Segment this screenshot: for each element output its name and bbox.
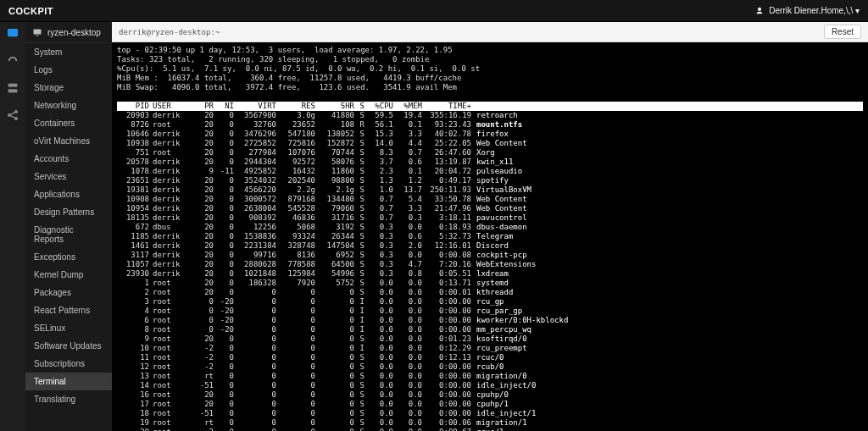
nav-item-terminal[interactable]: Terminal bbox=[25, 373, 112, 390]
nav-item-applications[interactable]: Applications bbox=[25, 185, 112, 203]
svg-rect-2 bbox=[8, 89, 18, 92]
nav-item-software-updates[interactable]: Software Updates bbox=[25, 337, 112, 355]
svg-rect-1 bbox=[8, 84, 18, 87]
nav-item-exceptions[interactable]: Exceptions bbox=[25, 248, 112, 266]
nav-item-subscriptions[interactable]: Subscriptions bbox=[25, 355, 112, 373]
nav-item-networking[interactable]: Networking bbox=[25, 97, 112, 114]
nav-item-react-patterns[interactable]: React Patterns bbox=[25, 301, 112, 319]
nav-item-ovirt-machines[interactable]: oVirt Machines bbox=[25, 132, 112, 150]
user-menu[interactable]: Derrik Diener.Home,\,\ ▾ bbox=[755, 6, 860, 15]
terminal-prompt: derrik@ryzen-desktop:~ bbox=[119, 28, 220, 36]
brand-label: COCKPIT bbox=[8, 6, 53, 16]
nav-item-logs[interactable]: Logs bbox=[25, 61, 112, 79]
nav-item-services[interactable]: Services bbox=[25, 168, 112, 185]
host-header[interactable]: ryzen-desktop bbox=[25, 22, 112, 43]
host-name: ryzen-desktop bbox=[47, 28, 101, 37]
terminal-header: derrik@ryzen-desktop:~ Reset bbox=[112, 22, 868, 42]
nav-item-kernel-dump[interactable]: Kernel Dump bbox=[25, 266, 112, 284]
nav-item-packages[interactable]: Packages bbox=[25, 284, 112, 301]
nav-item-diagnostic-reports[interactable]: Diagnostic Reports bbox=[25, 221, 112, 248]
user-label: Derrik Diener.Home,\,\ ▾ bbox=[769, 6, 860, 15]
server-icon[interactable] bbox=[6, 81, 19, 95]
nav-item-accounts[interactable]: Accounts bbox=[25, 150, 112, 168]
svg-rect-7 bbox=[36, 36, 39, 36]
nav-item-containers[interactable]: Containers bbox=[25, 114, 112, 132]
icon-rail bbox=[0, 22, 25, 431]
nav-item-storage[interactable]: Storage bbox=[25, 79, 112, 97]
nav-item-system[interactable]: System bbox=[25, 43, 112, 61]
network-icon[interactable] bbox=[6, 108, 19, 122]
gauge-icon[interactable] bbox=[6, 54, 19, 68]
nav-item-selinux[interactable]: SELinux bbox=[25, 319, 112, 337]
svg-rect-0 bbox=[8, 29, 18, 36]
sidebar: ryzen-desktop SystemLogsStorageNetworkin… bbox=[25, 22, 112, 431]
dashboard-icon[interactable] bbox=[6, 27, 19, 41]
user-icon bbox=[755, 7, 764, 15]
terminal-output[interactable]: top - 02:39:50 up 1 day, 12:53, 3 users,… bbox=[112, 42, 868, 431]
nav-item-translating[interactable]: Translating bbox=[25, 390, 112, 408]
nav-list: SystemLogsStorageNetworkingContainersoVi… bbox=[25, 43, 112, 408]
reset-button[interactable]: Reset bbox=[824, 25, 861, 39]
svg-rect-6 bbox=[34, 30, 42, 35]
host-icon bbox=[32, 27, 42, 37]
nav-item-design-patterns[interactable]: Design Patterns bbox=[25, 203, 112, 221]
top-bar: COCKPIT Derrik Diener.Home,\,\ ▾ bbox=[0, 0, 868, 22]
content-area: derrik@ryzen-desktop:~ Reset top - 02:39… bbox=[112, 22, 868, 431]
